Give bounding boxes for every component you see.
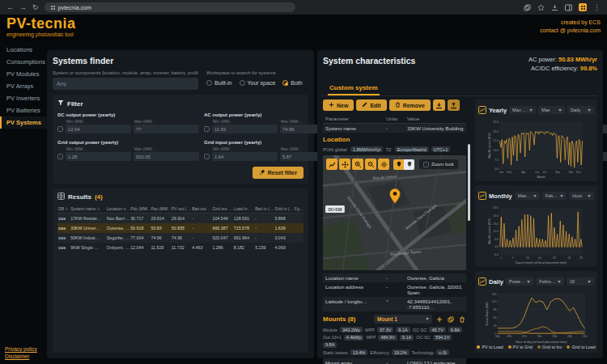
column-header-batt-out-[interactable]: Batt out … ⇅ — [191, 205, 211, 214]
add-mount-button[interactable] — [435, 316, 444, 323]
footer-link-disclaimer[interactable]: Disclaimer — [5, 353, 37, 360]
column-header-pac-mw-[interactable]: Pac (MW… ⇅ — [150, 205, 170, 214]
sidebar-item-pv-modules[interactable]: PV Modules — [0, 68, 47, 80]
filter-enable-checkbox[interactable] — [204, 154, 210, 159]
select-value: Max — [541, 108, 550, 112]
sidebar-item-pv-inverters[interactable]: PV Inverters — [0, 92, 47, 104]
column-header-pv-out-[interactable]: PV out (… ⇅ — [171, 205, 191, 214]
svg-text:14.0: 14.0 — [493, 149, 499, 152]
svg-text:03h: 03h — [507, 335, 511, 338]
footer-link-privacy-policy[interactable]: Privacy policy — [5, 345, 37, 353]
cell — [294, 223, 304, 233]
sidebar: LocationsConsumptionsPV ModulesPV Arrays… — [0, 40, 47, 364]
sidebar-item-pv-systems[interactable]: PV Systems — [0, 116, 47, 129]
daily-select-0[interactable]: Power flows — [506, 277, 533, 286]
min-input[interactable] — [212, 152, 278, 161]
map-settings-button[interactable] — [378, 159, 389, 170]
sidebar-item-pv-arrays[interactable]: PV Arrays — [0, 80, 47, 92]
column-header-location-n-[interactable]: Location n… ⇅ — [106, 205, 129, 214]
filter-group-range-labels: Min (MW…Max (MW… — [57, 119, 199, 124]
daily-select-1[interactable]: Februa… — [536, 277, 563, 286]
side-panel-icon[interactable] — [565, 0, 572, 15]
column-header-batt-in-[interactable]: Batt in (… ⇅ — [254, 205, 274, 214]
monthly-select-1[interactable]: Februa… — [542, 192, 567, 200]
svg-text:150: 150 — [492, 293, 497, 296]
spec-badge: 13.4% — [350, 349, 368, 355]
map-pan-tool-button[interactable] — [339, 159, 350, 170]
column-header-grid-out-[interactable]: Grid out … ⇅ — [211, 205, 232, 214]
workspace-option-built-in[interactable]: Built-in — [206, 80, 231, 86]
sidebar-item-consumptions[interactable]: Consumptions — [0, 56, 47, 68]
yearly-select-1[interactable]: Max — [538, 106, 565, 114]
daily-select-2[interactable]: 19 — [567, 277, 594, 286]
yearly-select-0[interactable]: Max AC power (Pac — [509, 106, 536, 114]
filter-enable-checkbox[interactable] — [204, 126, 210, 132]
export-button[interactable] — [448, 99, 460, 111]
location-map[interactable]: Rúa de Lemos Avenida Otero Pedrayo Aveni… — [323, 155, 466, 270]
share-icon[interactable] — [524, 0, 531, 15]
column-header-system-name[interactable]: System name ⇅ — [70, 205, 106, 214]
sidebar-item-pv-batteries[interactable]: PV Batteries — [0, 104, 47, 116]
svg-text:7.0: 7.0 — [495, 159, 499, 162]
delete-mount-button[interactable] — [458, 316, 466, 323]
place-pin-icon[interactable] — [393, 159, 404, 170]
scrollbar-thumb[interactable] — [468, 144, 470, 221]
back-icon[interactable]: ← — [6, 4, 14, 11]
profile-avatar[interactable] — [579, 3, 587, 11]
min-input[interactable] — [212, 125, 278, 133]
table-row[interactable]: cus50KW Indust…Segorbe, …77.00474.9674.9… — [57, 233, 304, 243]
column-header-db[interactable]: DB ⇅ — [57, 205, 70, 214]
max-input[interactable] — [134, 152, 199, 161]
monthly-select-2[interactable]: Hour — [569, 192, 594, 200]
table-row[interactable]: cus9KW Single …Ontiyent, …12.04411.52911… — [57, 243, 304, 252]
tab-custom-system[interactable]: Custom system — [328, 83, 380, 95]
legend-label: PV to Grid — [513, 345, 533, 349]
cell: 74.96 — [150, 233, 170, 243]
yearly-select-2[interactable]: Daily — [567, 106, 594, 114]
map-zoom-out-button[interactable] — [365, 159, 376, 170]
column-header-grid-in-[interactable]: Grid in (… ⇅ — [274, 205, 293, 214]
map-marker-pin-icon[interactable] — [388, 188, 401, 208]
search-input[interactable] — [53, 78, 198, 90]
min-input[interactable] — [66, 152, 131, 161]
column-header-load-in-[interactable]: Load in … ⇅ — [233, 205, 254, 214]
chevron-down-icon — [426, 318, 429, 320]
map-toolbar: Zoom lock — [326, 159, 463, 170]
table-row[interactable]: cus33KW Univer…Ourense, …50.91850.8350.8… — [57, 223, 304, 233]
map-canvas: Rúa de Lemos Avenida Otero Pedrayo Aveni… — [323, 155, 466, 270]
sidebar-list: LocationsConsumptionsPV ModulesPV Arrays… — [0, 44, 47, 129]
mount-select[interactable]: Mount 1 — [374, 315, 432, 324]
browser-menu-icon[interactable]: ⋮ — [593, 4, 601, 11]
edit-button[interactable]: Edit — [356, 99, 386, 111]
forward-icon[interactable]: → — [19, 4, 27, 11]
zoom-lock-control[interactable]: Zoom lock — [419, 159, 458, 169]
column-header-fg-[interactable]: Fg… ⇅ — [294, 205, 304, 214]
filter-enable-checkbox[interactable] — [57, 126, 63, 132]
table-icon — [57, 193, 65, 201]
spec-badge: c-Si — [436, 349, 448, 355]
remove-button[interactable]: Remove — [389, 99, 431, 111]
bookmark-star-icon[interactable] — [537, 0, 545, 15]
import-button[interactable] — [433, 99, 445, 111]
download-tray-icon[interactable] — [551, 0, 558, 15]
workspace-option-both[interactable]: Both — [282, 80, 302, 86]
reset-filter-button[interactable]: Reset filter — [253, 167, 304, 179]
workspace-option-label: Built-in — [214, 80, 231, 86]
min-input[interactable] — [66, 125, 131, 133]
map-zoom-in-button[interactable] — [352, 159, 363, 170]
max-input[interactable] — [134, 125, 199, 133]
monthly-select-0[interactable]: Max AC power ( — [515, 192, 540, 200]
reload-icon[interactable]: ↻ — [32, 4, 39, 11]
pin-mode-toggle[interactable] — [393, 159, 414, 170]
filter-enable-checkbox[interactable] — [57, 154, 63, 159]
new-button[interactable]: New — [323, 99, 354, 111]
table-row[interactable]: cus17KW Reside…Nou Barri…30.71729.91429.… — [57, 214, 304, 224]
map-chart-tool-button[interactable] — [326, 159, 337, 170]
duplicate-mount-button[interactable] — [447, 316, 455, 323]
workspace-option-your-space[interactable]: Your space — [240, 80, 276, 86]
locate-pin-icon[interactable] — [404, 159, 414, 170]
zoom-lock-checkbox[interactable] — [423, 162, 429, 167]
address-bar[interactable]: pvtecnia.com — [45, 2, 295, 12]
column-header-pdc-mw-[interactable]: Pdc (MW… ⇅ — [129, 205, 150, 214]
sidebar-item-locations[interactable]: Locations — [0, 44, 47, 56]
